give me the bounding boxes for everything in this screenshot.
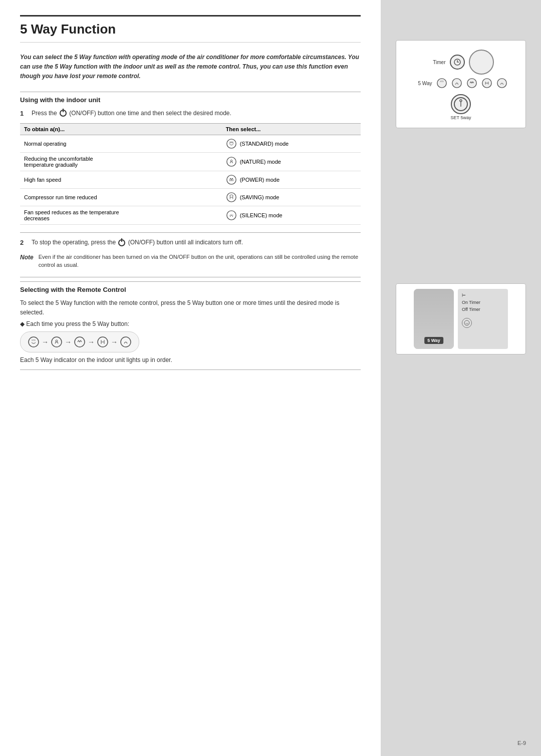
svg-text:5W: 5W — [465, 322, 468, 325]
col-select: Then select... — [222, 124, 361, 135]
table-row: Normal operating STD (STANDARD) mode — [20, 135, 361, 153]
select-2: (NATURE) mode — [222, 153, 361, 171]
power-icon-2 — [118, 239, 125, 246]
obtain-4: Compressor run time reduced — [20, 189, 222, 206]
select-3: (POWER) mode — [222, 171, 361, 189]
remote-diagram: 5 Way ⊢ On Timer Off Timer — [396, 283, 526, 354]
fiveway-std-icon: STD — [436, 78, 447, 89]
seq-nature-icon — [51, 336, 63, 348]
arrow-1: → — [42, 338, 49, 346]
page-number: E-9 — [517, 740, 526, 746]
arrow-2: → — [65, 338, 72, 346]
seq-silence-icon — [120, 336, 132, 348]
timer-row: Timer — [428, 50, 494, 75]
main-content: 5 Way Function You can select the 5 Way … — [0, 0, 381, 756]
power-icon — [60, 110, 67, 117]
table-row: Fan speed reduces as the temperaturedecr… — [20, 206, 361, 225]
svg-point-0 — [226, 139, 235, 148]
step2-text: To stop the operating, press the (ON/OFF… — [32, 238, 243, 247]
remote-5way-button: 5W — [462, 318, 472, 328]
fiveway-label: 5 Way — [415, 81, 432, 86]
step2-num: 2 — [20, 238, 28, 248]
obtain-2: Reducing the uncomfortabletemperature gr… — [20, 153, 222, 171]
select-5: (SILENCE) mode — [222, 206, 361, 225]
page-number-text: E-9 — [517, 740, 526, 746]
on-timer-label: On Timer — [462, 300, 480, 305]
arrow-4: → — [111, 338, 118, 346]
seq-std-icon: STD — [28, 336, 40, 348]
indoor-unit-diagram: Timer 5 Way STD — [396, 40, 526, 128]
col-obtain: To obtain a(n)... — [20, 124, 222, 135]
obtain-3: High fan speed — [20, 171, 222, 189]
set5way-area: SET 5way — [451, 94, 471, 120]
seq-saving-icon — [97, 336, 109, 348]
remote-5way-area: 5W — [462, 318, 472, 328]
remote-right-unit: ⊢ On Timer Off Timer — [458, 289, 508, 349]
table-row: Reducing the uncomfortabletemperature gr… — [20, 153, 361, 171]
fiveway-btn-label: 5 Way — [424, 337, 443, 344]
arrow-3: → — [88, 338, 95, 346]
timer-button — [450, 55, 465, 70]
svg-point-7 — [29, 337, 39, 347]
bracket-icon: ⊢ — [462, 293, 466, 298]
set5way-label: SET 5way — [451, 115, 471, 120]
sequence-row: STD → → → — [20, 331, 139, 352]
obtain-1: Normal operating — [20, 135, 222, 153]
fiveway-row: 5 Way STD — [415, 78, 507, 89]
bullet-text: ◆ Each time you press the 5 Way button: — [20, 320, 361, 327]
saving-icon — [226, 192, 237, 203]
set5way-button — [451, 94, 471, 114]
remote-section: Selecting with the Remote Control To sel… — [20, 277, 361, 370]
silence-icon — [226, 210, 237, 221]
note-text: Even if the air conditioner has been tur… — [39, 253, 361, 269]
fiveway-silence-icon — [496, 78, 507, 89]
svg-point-15 — [437, 79, 446, 88]
on-timer-row: On Timer — [462, 300, 480, 305]
note-label: Note — [20, 253, 34, 269]
svg-text:STD: STD — [32, 339, 36, 341]
nature-icon — [226, 156, 237, 167]
step2-block: 2 To stop the operating, press the (ON/O… — [20, 232, 361, 269]
fiveway-nature-icon — [451, 78, 462, 89]
step1: 1 Press the (ON/OFF) button one time and… — [20, 109, 361, 119]
remote-visual: 5 Way ⊢ On Timer Off Timer — [401, 289, 520, 349]
intro-text: You can select the 5 Way function with o… — [20, 53, 361, 82]
step1-num: 1 — [20, 109, 28, 119]
remote-text: To select the 5 Way function with the re… — [20, 298, 361, 317]
svg-text:STD: STD — [440, 81, 444, 83]
step2: 2 To stop the operating, press the (ON/O… — [20, 238, 361, 248]
timer-label: Timer — [428, 60, 446, 65]
seq-power-icon — [74, 336, 86, 348]
note-block: Note Even if the air conditioner has bee… — [20, 253, 361, 269]
bottom-text: Each 5 Way indicator on the indoor unit … — [20, 356, 361, 370]
page: 5 Way Function You can select the 5 Way … — [0, 0, 541, 756]
fiveway-saving-icon — [481, 78, 492, 89]
bracket-area: ⊢ — [462, 293, 466, 298]
display-circle — [469, 50, 494, 75]
standard-icon: STD — [226, 138, 237, 149]
remote-section-title: Selecting with the Remote Control — [20, 281, 361, 293]
right-panel: ENGLISH Timer 5 Way STD — [381, 0, 541, 756]
remote-left-unit: 5 Way — [414, 289, 454, 349]
page-title: 5 Way Function — [20, 15, 361, 43]
power-mode-icon — [226, 174, 237, 185]
off-timer-label: Off Timer — [462, 307, 480, 312]
indoor-section-title: Using with the indoor unit — [20, 92, 361, 104]
fiveway-power-icon — [466, 78, 477, 89]
indoor-section: Using with the indoor unit 1 Press the (… — [20, 92, 361, 269]
table-row: Compressor run time reduced (SAVING) mod… — [20, 189, 361, 206]
table-row: High fan speed (POWER) mode — [20, 171, 361, 189]
mode-table: To obtain a(n)... Then select... Normal … — [20, 123, 361, 225]
step1-text: Press the (ON/OFF) button one time and t… — [32, 109, 231, 118]
select-4: (SAVING) mode — [222, 189, 361, 206]
select-1: STD (STANDARD) mode — [222, 135, 361, 153]
indoor-unit-visual: Timer 5 Way STD — [404, 48, 518, 120]
obtain-5: Fan speed reduces as the temperaturedecr… — [20, 206, 222, 225]
off-timer-row: Off Timer — [462, 307, 480, 312]
